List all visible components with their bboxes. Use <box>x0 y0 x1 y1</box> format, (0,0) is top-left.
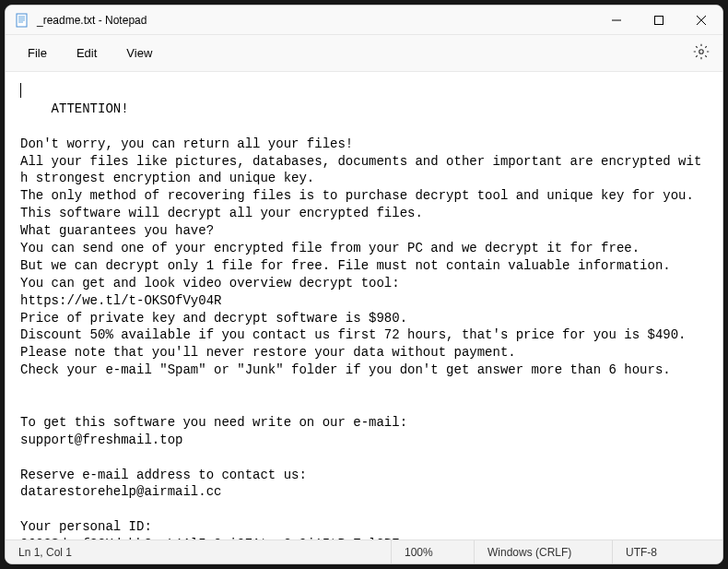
svg-rect-6 <box>655 16 663 24</box>
menu-edit[interactable]: Edit <box>62 41 112 65</box>
maximize-button[interactable] <box>638 6 680 34</box>
gear-icon <box>693 43 710 64</box>
text-editor[interactable]: ATTENTION! Don't worry, you can return a… <box>6 72 722 539</box>
menu-view[interactable]: View <box>112 41 167 65</box>
titlebar[interactable]: _readme.txt - Notepad <box>6 6 722 35</box>
statusbar: Ln 1, Col 1 100% Windows (CRLF) UTF-8 <box>6 539 722 563</box>
svg-point-9 <box>699 49 704 53</box>
menubar: File Edit View <box>6 35 722 72</box>
close-button[interactable] <box>680 6 722 34</box>
status-line-ending: Windows (CRLF) <box>474 540 612 563</box>
menu-file[interactable]: File <box>13 41 62 65</box>
notepad-icon <box>15 13 29 28</box>
window-controls <box>595 6 722 34</box>
text-caret <box>20 83 21 98</box>
settings-button[interactable] <box>687 38 715 69</box>
window-title: _readme.txt - Notepad <box>37 14 595 27</box>
status-zoom[interactable]: 100% <box>391 540 474 563</box>
document-text: ATTENTION! Don't worry, you can return a… <box>20 101 701 539</box>
status-position: Ln 1, Col 1 <box>6 540 391 563</box>
notepad-window: _readme.txt - Notepad File Edit View <box>5 5 723 564</box>
status-encoding: UTF-8 <box>612 540 722 563</box>
minimize-button[interactable] <box>595 6 638 34</box>
